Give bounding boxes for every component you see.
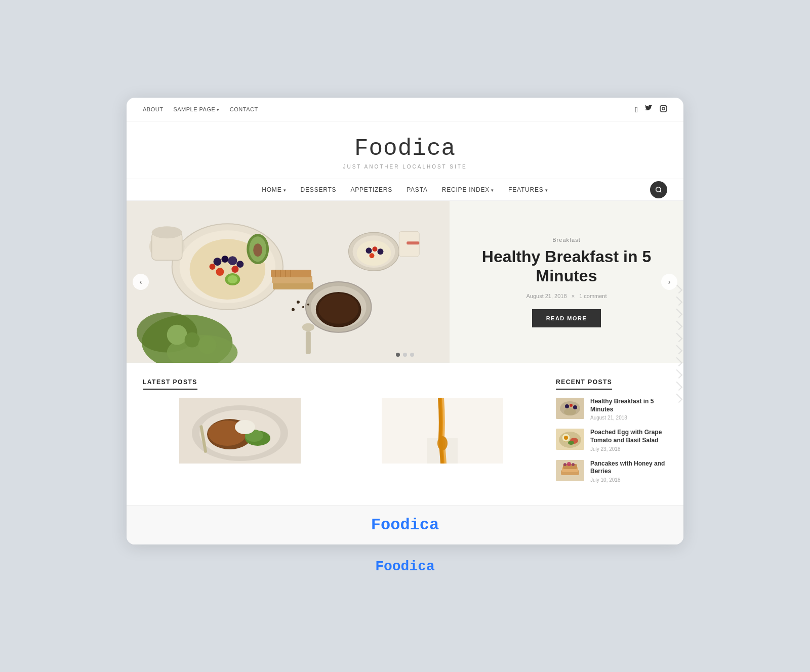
nav-about[interactable]: ABOUT xyxy=(143,106,163,112)
svg-point-82 xyxy=(568,441,574,445)
svg-point-11 xyxy=(185,332,200,348)
main-nav: HOME DESSERTS APPETIZERS PASTA RECIPE IN… xyxy=(127,179,683,201)
svg-point-1 xyxy=(662,107,665,110)
twitter-icon[interactable] xyxy=(645,105,653,114)
site-tagline: JUST ANOTHER LOCALHOST SITE xyxy=(137,164,673,170)
browser-window: ABOUT SAMPLE PAGE CONTACT  Foodica JUST… xyxy=(127,98,683,544)
svg-point-16 xyxy=(213,258,221,266)
recent-post-info-3: Pancakes with Honey and Berries July 10,… xyxy=(590,460,667,483)
svg-point-41 xyxy=(377,248,383,255)
svg-point-73 xyxy=(565,404,569,408)
social-icons:  xyxy=(635,105,667,114)
slider-next-button[interactable]: › xyxy=(661,274,677,290)
svg-rect-70 xyxy=(458,398,503,464)
posts-grid xyxy=(143,398,540,466)
nav-appetizers[interactable]: APPETIZERS xyxy=(350,186,392,193)
svg-point-56 xyxy=(253,243,262,257)
nav-recipe-index[interactable]: RECIPE INDEX xyxy=(442,186,494,193)
nav-sample-page[interactable]: SAMPLE PAGE xyxy=(173,106,219,112)
svg-point-10 xyxy=(167,325,187,345)
recent-post-date-3: July 10, 2018 xyxy=(590,477,667,483)
content-area: LATEST POSTS xyxy=(127,363,683,505)
svg-point-48 xyxy=(302,323,314,331)
nav-home[interactable]: HOME xyxy=(262,186,286,193)
recent-post-title-2: Poached Egg with Grape Tomato and Basil … xyxy=(590,429,667,444)
slider-dots xyxy=(396,353,414,357)
hero-image-area xyxy=(127,201,450,363)
svg-point-19 xyxy=(236,261,244,268)
svg-point-76 xyxy=(564,408,576,415)
slider-dot-1[interactable] xyxy=(396,353,400,357)
svg-rect-27 xyxy=(271,270,311,277)
nav-contact[interactable]: CONTACT xyxy=(230,106,258,112)
hero-category: Breakfast xyxy=(552,237,580,243)
slider-dot-3[interactable] xyxy=(410,353,414,357)
svg-point-45 xyxy=(152,227,182,239)
svg-rect-47 xyxy=(407,241,419,244)
svg-point-3 xyxy=(656,187,661,192)
svg-point-51 xyxy=(302,306,304,308)
search-button[interactable] xyxy=(650,181,667,198)
post-card-1[interactable] xyxy=(143,398,337,466)
svg-point-38 xyxy=(357,240,391,266)
post-card-2[interactable] xyxy=(345,398,540,466)
page-footer-logo: Foodica xyxy=(375,559,435,574)
svg-point-35 xyxy=(318,293,359,324)
recent-post-item-1[interactable]: Healthy Breakfast in 5 Minutes August 21… xyxy=(556,398,667,421)
slider-dot-2[interactable] xyxy=(403,353,407,357)
hero-meta-dot: × xyxy=(572,293,575,299)
instagram-icon[interactable] xyxy=(660,105,667,114)
hero-meta: August 21, 2018 × 1 comment xyxy=(526,293,606,299)
svg-point-88 xyxy=(567,462,571,466)
recent-post-thumb-3 xyxy=(556,460,584,481)
svg-point-21 xyxy=(216,268,224,276)
top-nav-links: ABOUT SAMPLE PAGE CONTACT xyxy=(143,106,258,112)
svg-rect-69 xyxy=(382,398,427,464)
svg-point-50 xyxy=(297,301,300,304)
hero-slider: Breakfast Healthy Breakfast in 5 Minutes… xyxy=(127,201,683,363)
recent-post-item-2[interactable]: Poached Egg with Grape Tomato and Basil … xyxy=(556,429,667,451)
recent-posts-section: RECENT POSTS Healthy Breakfast in 5 Minu… xyxy=(556,377,667,491)
svg-point-12 xyxy=(198,336,217,354)
svg-rect-0 xyxy=(660,105,667,112)
page-footer: Foodica xyxy=(375,559,435,574)
read-more-button[interactable]: READ MORE xyxy=(532,309,601,327)
slider-prev-button[interactable]: ‹ xyxy=(133,274,149,290)
site-logo: Foodica xyxy=(137,136,673,162)
svg-point-74 xyxy=(570,404,573,407)
recent-post-title-1: Healthy Breakfast in 5 Minutes xyxy=(590,398,667,413)
footer-logo: Foodica xyxy=(137,516,673,534)
svg-point-68 xyxy=(437,436,448,450)
hero-content: Breakfast Healthy Breakfast in 5 Minutes… xyxy=(450,201,683,363)
svg-point-53 xyxy=(307,304,309,306)
site-header: Foodica JUST ANOTHER LOCALHOST SITE xyxy=(127,121,683,179)
facebook-icon[interactable]:  xyxy=(635,105,638,114)
recent-post-date-1: August 21, 2018 xyxy=(590,415,667,421)
recent-post-info-2: Poached Egg with Grape Tomato and Basil … xyxy=(590,429,667,451)
nav-desserts[interactable]: DESSERTS xyxy=(301,186,337,193)
recent-post-thumb-2 xyxy=(556,429,584,450)
svg-point-20 xyxy=(209,264,215,270)
latest-posts-title: LATEST POSTS xyxy=(143,379,197,390)
svg-point-17 xyxy=(221,256,228,263)
svg-point-22 xyxy=(231,266,238,273)
svg-point-64 xyxy=(235,420,255,434)
recent-post-info-1: Healthy Breakfast in 5 Minutes August 21… xyxy=(590,398,667,421)
footer-brand: Foodica xyxy=(127,505,683,544)
nav-pasta[interactable]: PASTA xyxy=(407,186,428,193)
recent-post-item-3[interactable]: Pancakes with Honey and Berries July 10,… xyxy=(556,460,667,483)
recent-post-title-3: Pancakes with Honey and Berries xyxy=(590,460,667,476)
svg-point-80 xyxy=(564,436,568,440)
nav-features[interactable]: FEATURES xyxy=(508,186,548,193)
svg-point-18 xyxy=(228,256,237,265)
svg-point-40 xyxy=(372,246,377,251)
hero-comments: 1 comment xyxy=(579,293,606,299)
svg-point-87 xyxy=(563,463,566,466)
recent-posts-title: RECENT POSTS xyxy=(556,379,612,390)
svg-rect-49 xyxy=(306,331,311,354)
svg-point-75 xyxy=(573,405,577,409)
latest-posts-section: LATEST POSTS xyxy=(143,377,540,491)
recent-post-thumb-1 xyxy=(556,398,584,419)
recent-post-date-2: July 23, 2018 xyxy=(590,446,667,452)
hero-title: Healthy Breakfast in 5 Minutes xyxy=(465,247,668,286)
